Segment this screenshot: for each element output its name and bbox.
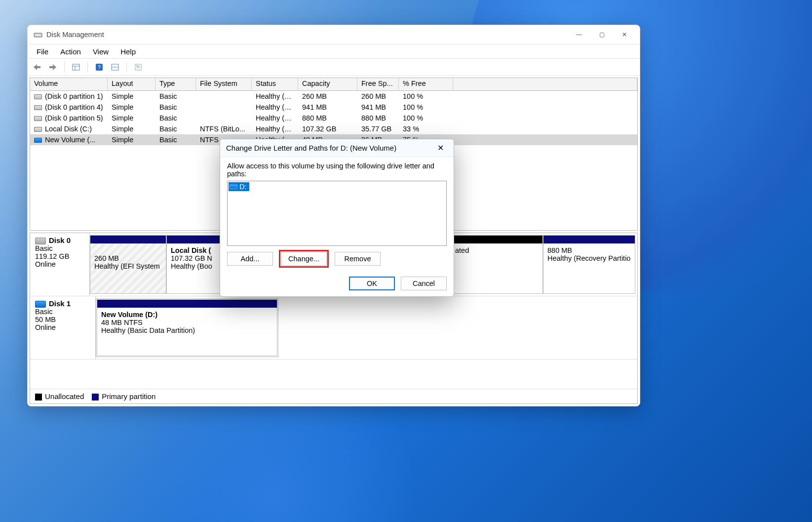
menu-action[interactable]: Action	[54, 45, 87, 58]
col-status[interactable]: Status	[252, 78, 298, 90]
partition-header-bar	[97, 300, 277, 308]
menubar: File Action View Help	[28, 44, 640, 59]
cell: Basic	[155, 114, 196, 122]
cell: Basic	[155, 124, 196, 133]
disk-management-icon	[34, 30, 42, 39]
cell: 33 %	[399, 124, 453, 133]
refresh-panes-button[interactable]	[70, 61, 82, 73]
change-button[interactable]: Change...	[281, 252, 327, 266]
partition-body: 880 MBHealthy (Recovery Partitio	[543, 243, 635, 293]
disk-name: Disk 0	[49, 236, 71, 244]
forward-button[interactable]	[46, 61, 59, 73]
legend-swatch-primary	[92, 394, 99, 401]
cell: Healthy (R...	[252, 103, 298, 112]
partition-header-bar	[90, 236, 166, 243]
add-button[interactable]: Add...	[227, 252, 273, 266]
volume-row[interactable]: (Disk 0 partition 1)SimpleBasicHealthy (…	[30, 91, 637, 102]
cell: Simple	[108, 135, 155, 144]
cell: Healthy (E...	[252, 92, 298, 101]
cell: (Disk 0 partition 5)	[30, 114, 108, 122]
col-pctfree[interactable]: % Free	[399, 78, 453, 90]
cell: Basic	[155, 92, 196, 101]
partition[interactable]: 260 MBHealthy (EFI System	[90, 235, 166, 294]
menu-help[interactable]: Help	[115, 45, 142, 58]
partition-header-bar	[543, 236, 635, 243]
disk-icon	[35, 301, 46, 308]
volume-row[interactable]: (Disk 0 partition 5)SimpleBasicHealthy (…	[30, 113, 637, 123]
cell: 35.77 GB	[357, 124, 399, 133]
svg-rect-9	[135, 64, 141, 70]
disk-type: Basic	[35, 308, 90, 316]
dialog-titlebar[interactable]: Change Drive Letter and Paths for D: (Ne…	[220, 139, 454, 157]
cell: 100 %	[399, 114, 453, 122]
disk-type: Basic	[35, 244, 84, 252]
cell: (Disk 0 partition 4)	[30, 103, 108, 112]
col-layout[interactable]: Layout	[108, 78, 155, 90]
cell: 100 %	[399, 103, 453, 112]
cell	[196, 118, 252, 119]
help-button[interactable]: ?	[93, 61, 106, 73]
cell: (Disk 0 partition 1)	[30, 92, 108, 101]
drive-letter-list[interactable]: D:	[227, 181, 447, 246]
dialog-prompt: Allow access to this volume by using the…	[227, 162, 447, 178]
cell: Basic	[155, 103, 196, 112]
svg-text:?: ?	[98, 64, 101, 70]
cell: Simple	[108, 114, 155, 122]
disk-row-1[interactable]: Disk 1 Basic 50 MB Online New Volume (D:…	[30, 296, 637, 360]
menu-view[interactable]: View	[87, 45, 115, 58]
cell: Simple	[108, 103, 155, 112]
window-title: Disk Management	[46, 31, 104, 39]
cell: Basic	[155, 135, 196, 144]
legend: Unallocated Primary partition	[30, 389, 637, 403]
disk-1-partitions: New Volume (D:)48 MB NTFSHealthy (Basic …	[96, 296, 637, 359]
partition-body: New Volume (D:)48 MB NTFSHealthy (Basic …	[97, 308, 277, 356]
cell: 107.32 GB	[298, 124, 357, 133]
change-drive-letter-dialog: Change Drive Letter and Paths for D: (Ne…	[220, 139, 454, 297]
disk-info-0: Disk 0 Basic 119.12 GB Online	[30, 233, 90, 296]
dialog-title: Change Drive Letter and Paths for D: (Ne…	[226, 144, 396, 152]
partition[interactable]: New Volume (D:)48 MB NTFSHealthy (Basic …	[96, 298, 278, 357]
cell: New Volume (...	[30, 135, 108, 144]
partition-header-bar	[451, 236, 542, 243]
cell	[196, 96, 252, 97]
cell: 260 MB	[298, 92, 357, 101]
remove-button[interactable]: Remove	[335, 252, 381, 266]
cell: Healthy (R...	[252, 114, 298, 122]
titlebar[interactable]: Disk Management — ▢ ✕	[28, 25, 640, 44]
partition[interactable]: ated	[451, 235, 543, 294]
volume-row[interactable]: (Disk 0 partition 4)SimpleBasicHealthy (…	[30, 102, 637, 113]
partition[interactable]: 880 MBHealthy (Recovery Partitio	[543, 235, 635, 294]
cell: NTFS (BitLo...	[196, 124, 252, 133]
minimize-button[interactable]: —	[568, 25, 590, 44]
col-filesystem[interactable]: File System	[196, 78, 252, 90]
svg-rect-1	[35, 34, 41, 36]
dialog-close-button[interactable]: ✕	[432, 141, 449, 156]
cell: 260 MB	[357, 92, 399, 101]
col-capacity[interactable]: Capacity	[298, 78, 357, 90]
toolbar-properties-button[interactable]	[132, 61, 145, 73]
cell: 941 MB	[357, 103, 399, 112]
col-volume[interactable]: Volume	[30, 78, 108, 90]
close-button[interactable]: ✕	[613, 25, 636, 44]
legend-label-unallocated: Unallocated	[45, 392, 84, 401]
cell: 100 %	[399, 92, 453, 101]
drive-letter-item-selected[interactable]: D:	[229, 182, 249, 191]
toolbar-view-button[interactable]	[109, 61, 121, 73]
cell: 880 MB	[298, 114, 357, 122]
maximize-button[interactable]: ▢	[590, 25, 613, 44]
ok-button[interactable]: OK	[349, 277, 395, 290]
cell: Simple	[108, 92, 155, 101]
col-type[interactable]: Type	[155, 78, 196, 90]
menu-file[interactable]: File	[31, 45, 54, 58]
cancel-button[interactable]: Cancel	[401, 277, 447, 290]
partition-body: ated	[451, 243, 542, 293]
volume-row[interactable]: Local Disk (C:)SimpleBasicNTFS (BitLo...…	[30, 123, 637, 134]
disk-name: Disk 1	[49, 299, 71, 308]
volume-list-header[interactable]: Volume Layout Type File System Status Ca…	[30, 78, 637, 91]
back-button[interactable]	[31, 61, 43, 73]
col-freespace[interactable]: Free Sp...	[357, 78, 399, 90]
partition-body: 260 MBHealthy (EFI System	[90, 243, 166, 293]
disk-status: Online	[35, 323, 90, 331]
cell: 941 MB	[298, 103, 357, 112]
cell	[196, 107, 252, 108]
